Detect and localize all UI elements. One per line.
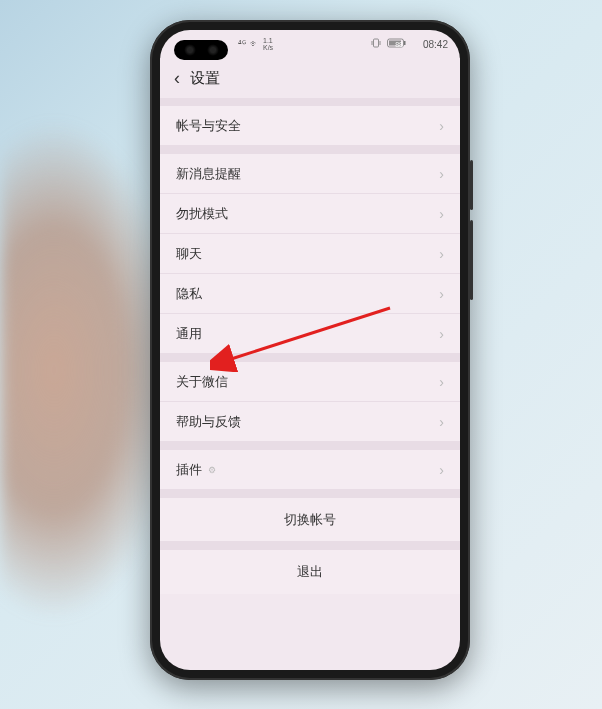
group-gap [160, 490, 460, 498]
camera-cutout [174, 40, 228, 60]
group-gap [160, 146, 460, 154]
row-label: 关于微信 [176, 373, 228, 391]
row-label: 勿扰模式 [176, 205, 228, 223]
row-logout[interactable]: 退出 [160, 550, 460, 594]
row-account-security[interactable]: 帐号与安全 › [160, 106, 460, 146]
group-gap [160, 542, 460, 550]
battery-icon: 88 [387, 38, 417, 50]
chevron-right-icon: › [439, 118, 444, 134]
row-label: 聊天 [176, 245, 202, 263]
chevron-right-icon: › [439, 414, 444, 430]
page-title: 设置 [190, 69, 220, 88]
chevron-right-icon: › [439, 166, 444, 182]
row-label: 通用 [176, 325, 202, 343]
settings-list: 帐号与安全 › 新消息提醒 › 勿扰模式 › 聊天 › 隐私 › 通用 [160, 98, 460, 594]
front-lens-1 [184, 44, 196, 56]
row-label: 插件 [176, 462, 202, 477]
row-label: 切换帐号 [284, 511, 336, 529]
row-label: 退出 [297, 563, 323, 581]
row-label: 隐私 [176, 285, 202, 303]
row-label-wrap: 插件 ⚙ [176, 460, 216, 479]
power-button [470, 220, 473, 300]
chevron-right-icon: › [439, 206, 444, 222]
svg-rect-0 [373, 39, 378, 47]
row-new-message-notify[interactable]: 新消息提醒 › [160, 154, 460, 194]
row-label: 帮助与反馈 [176, 413, 241, 431]
row-about-wechat[interactable]: 关于微信 › [160, 362, 460, 402]
signal-icon: ⁴ᴳ [238, 39, 246, 49]
row-do-not-disturb[interactable]: 勿扰模式 › [160, 194, 460, 234]
row-privacy[interactable]: 隐私 › [160, 274, 460, 314]
vibrate-icon [371, 38, 381, 50]
phone-frame: ⁴ᴳ ᯤ 1.1K/s 88 08:42 ‹ 设置 帐号与安全 [150, 20, 470, 680]
wifi-icon: ᯤ [250, 39, 259, 49]
row-label: 帐号与安全 [176, 117, 241, 135]
chevron-right-icon: › [439, 462, 444, 478]
row-switch-account[interactable]: 切换帐号 [160, 498, 460, 542]
chevron-right-icon: › [439, 246, 444, 262]
row-chat[interactable]: 聊天 › [160, 234, 460, 274]
svg-rect-4 [404, 41, 406, 45]
page-header: ‹ 设置 [160, 58, 460, 98]
net-speed: 1.1K/s [263, 37, 273, 51]
group-gap [160, 98, 460, 106]
row-help-feedback[interactable]: 帮助与反馈 › [160, 402, 460, 442]
row-label: 新消息提醒 [176, 165, 241, 183]
phone-screen: ⁴ᴳ ᯤ 1.1K/s 88 08:42 ‹ 设置 帐号与安全 [160, 30, 460, 670]
group-gap [160, 442, 460, 450]
chevron-right-icon: › [439, 374, 444, 390]
chevron-right-icon: › [439, 286, 444, 302]
back-button[interactable]: ‹ [174, 69, 180, 87]
gear-icon: ⚙ [208, 465, 216, 475]
row-plugins[interactable]: 插件 ⚙ › [160, 450, 460, 490]
clock: 08:42 [423, 39, 448, 50]
row-general[interactable]: 通用 › [160, 314, 460, 354]
volume-button [470, 160, 473, 210]
group-gap [160, 354, 460, 362]
chevron-right-icon: › [439, 326, 444, 342]
front-lens-2 [207, 44, 219, 56]
